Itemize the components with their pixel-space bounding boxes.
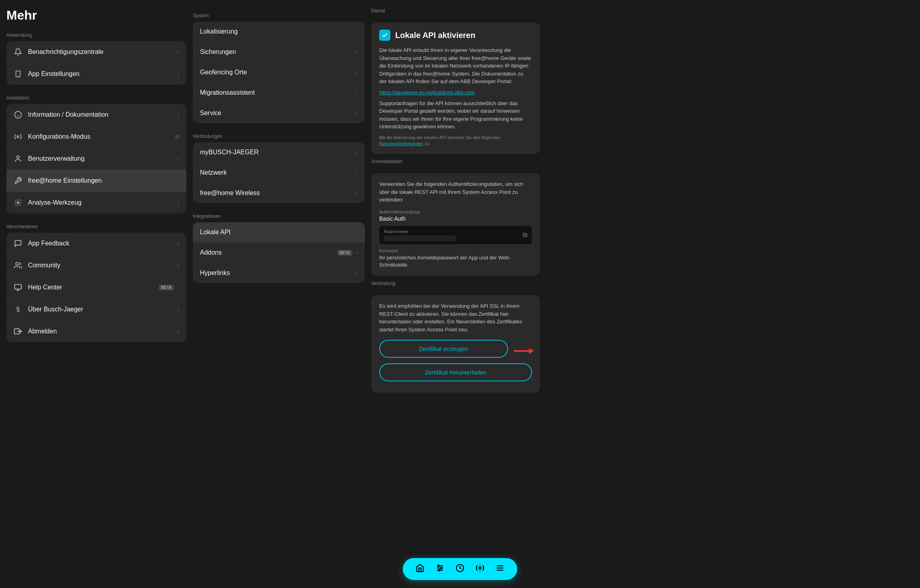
logout-label: Abmelden xyxy=(28,328,57,335)
anmeldedaten-card: Verwenden Sie die folgenden Authentifizi… xyxy=(371,173,540,276)
installation-section: Installation Information / Dokumentation… xyxy=(6,90,186,213)
chevron-icon: › xyxy=(177,328,179,335)
menu-item-geofencing[interactable]: Geofencing Orte › xyxy=(193,62,365,83)
menu-item-freehome-wireless[interactable]: free@home Wireless › xyxy=(193,183,365,203)
analysis-tool-label: Analyse-Werkzeug xyxy=(28,199,82,206)
chevron-icon: › xyxy=(356,190,358,196)
svg-marker-15 xyxy=(529,348,534,354)
verschiedenes-card: App Feedback › Community › xyxy=(6,233,186,342)
nav-home-icon[interactable] xyxy=(416,564,424,574)
menu-item-backup[interactable]: Sicherungen › xyxy=(193,42,365,62)
info-docs-label: Information / Dokumentation xyxy=(28,111,108,118)
password-label: Kennwort xyxy=(379,248,532,253)
username-label: Nutzername xyxy=(384,229,456,234)
menu-item-user-mgmt[interactable]: Benutzerverwaltung › xyxy=(6,148,186,170)
middle-column: System Lokalisierung › Sicherungen › Geo… xyxy=(193,8,365,580)
auth-type-value: Basic Auth xyxy=(379,215,532,222)
api-title: Lokale API aktivieren xyxy=(395,31,475,40)
integrationen-section: Integrationen Lokale API › Addons BETA ›… xyxy=(193,209,365,283)
freehome-settings-label: free@home Einstellungen xyxy=(28,177,102,184)
verbindungen-section: Verbindungen myBUSCH-JAEGER › Netzwerk ›… xyxy=(193,129,365,203)
chevron-icon: › xyxy=(356,49,358,55)
chevron-icon: › xyxy=(177,306,179,313)
hyperlinks-label: Hyperlinks xyxy=(200,269,230,277)
copy-icon[interactable]: ⧉ xyxy=(523,231,527,239)
chevron-icon: › xyxy=(356,249,358,256)
about-label: Über Busch-Jaeger xyxy=(28,306,83,313)
menu-item-local-api[interactable]: Lokale API › xyxy=(193,222,365,243)
system-section: System Lokalisierung › Sicherungen › Geo… xyxy=(193,8,365,123)
api-support-text: Supportanfragen für die API können aussc… xyxy=(379,100,532,131)
system-card: Lokalisierung › Sicherungen › Geofencing… xyxy=(193,22,365,123)
dienst-label: Dienst xyxy=(371,8,540,14)
menu-item-mybusch[interactable]: myBUSCH-JAEGER › xyxy=(193,142,365,163)
menu-item-about[interactable]: § Über Busch-Jaeger › xyxy=(6,299,186,321)
help-center-label: Help Center xyxy=(28,284,62,291)
chevron-icon: › xyxy=(177,284,179,291)
verschiedenes-section: Verschiedenes App Feedback › xyxy=(6,219,186,342)
app-feedback-label: App Feedback xyxy=(28,240,69,247)
cert-herunterladen-button[interactable]: Zertifikat herunterladen xyxy=(379,363,532,381)
menu-item-analysis-tool[interactable]: Analyse-Werkzeug › xyxy=(6,192,186,213)
integrationen-card: Lokale API › Addons BETA › Hyperlinks › xyxy=(193,222,365,283)
menu-item-hyperlinks[interactable]: Hyperlinks › xyxy=(193,263,365,283)
menu-item-localization[interactable]: Lokalisierung › xyxy=(193,22,365,42)
menu-item-service[interactable]: Service › xyxy=(193,103,365,123)
chevron-icon: › xyxy=(356,169,358,176)
nutzung-link[interactable]: Nutzungsbedingungen xyxy=(379,141,423,146)
community-label: Community xyxy=(28,262,60,269)
nav-gear-icon[interactable] xyxy=(476,564,484,574)
svg-point-19 xyxy=(438,565,440,567)
system-label: System xyxy=(193,13,365,18)
verschiedenes-label: Verschiedenes xyxy=(6,224,186,229)
verbindung-text: Es wird empfohlen bei der Verwendung der… xyxy=(379,302,532,333)
config-mode-label: Konfigurations-Modus xyxy=(28,133,90,140)
nav-sliders-icon[interactable] xyxy=(436,564,444,574)
service-label: Service xyxy=(200,110,221,117)
api-toggle[interactable] xyxy=(379,30,390,41)
chevron-icon: › xyxy=(177,199,179,206)
user-icon xyxy=(14,154,22,163)
chevron-icon: › xyxy=(356,90,358,96)
menu-item-migration[interactable]: Migrationsassistent › xyxy=(193,83,365,103)
cert-erzeugen-button[interactable]: Zertifikat erzeugen xyxy=(379,340,508,358)
network-label: Netzwerk xyxy=(200,169,227,176)
chevron-icon: › xyxy=(177,71,179,77)
geofencing-label: Geofencing Orte xyxy=(200,69,247,76)
logout-icon xyxy=(14,327,22,336)
installation-card: Information / Dokumentation › Konfigurat… xyxy=(6,104,186,213)
api-body-text: Die lokale API erlaubt Ihnen in eigener … xyxy=(379,46,532,86)
menu-item-freehome-settings[interactable]: free@home Einstellungen › xyxy=(6,170,186,192)
menu-item-addons[interactable]: Addons BETA › xyxy=(193,243,365,263)
nav-menu-icon[interactable] xyxy=(496,564,504,574)
addons-label: Addons xyxy=(200,249,222,256)
chevron-icon: › xyxy=(177,262,179,269)
menu-item-help-center[interactable]: Help Center BETA › xyxy=(6,277,186,299)
menu-item-network[interactable]: Netzwerk › xyxy=(193,163,365,183)
page-title: Mehr xyxy=(6,8,186,23)
red-arrow-indicator xyxy=(512,345,536,357)
right-column: Dienst Lokale API aktivieren Die lokale … xyxy=(371,8,540,580)
svg-point-6 xyxy=(17,156,20,159)
api-link[interactable]: https://developer.eu.mybuildings.abb.com xyxy=(379,90,532,96)
chevron-icon: › xyxy=(356,69,358,76)
menu-item-info-docs[interactable]: Information / Dokumentation › xyxy=(6,104,186,126)
nav-clock-icon[interactable] xyxy=(456,564,464,574)
password-text: Ihr persönliches Anmeldepasswort der App… xyxy=(379,254,532,269)
mobile-icon xyxy=(14,70,22,78)
menu-item-app-settings[interactable]: App Einstellungen › xyxy=(6,63,186,85)
app-settings-label: App Einstellungen xyxy=(28,70,80,78)
menu-item-config-mode[interactable]: Konfigurations-Modus ⧉ xyxy=(6,126,186,148)
chevron-icon: › xyxy=(177,112,179,118)
freehome-wireless-label: free@home Wireless xyxy=(200,189,260,197)
menu-item-logout[interactable]: Abmelden › xyxy=(6,321,186,342)
verbindungen-card: myBUSCH-JAEGER › Netzwerk › free@home Wi… xyxy=(193,142,365,203)
anmelde-body: Verwenden Sie die folgenden Authentifizi… xyxy=(379,180,532,204)
menu-item-notifications[interactable]: Benachrichtigungszentrale › xyxy=(6,41,186,63)
menu-item-app-feedback[interactable]: App Feedback › xyxy=(6,233,186,255)
anwendung-label: Anwendung xyxy=(6,32,186,38)
help-icon xyxy=(14,283,22,292)
svg-point-20 xyxy=(441,567,442,569)
bottom-nav xyxy=(403,558,517,580)
menu-item-community[interactable]: Community › xyxy=(6,255,186,277)
